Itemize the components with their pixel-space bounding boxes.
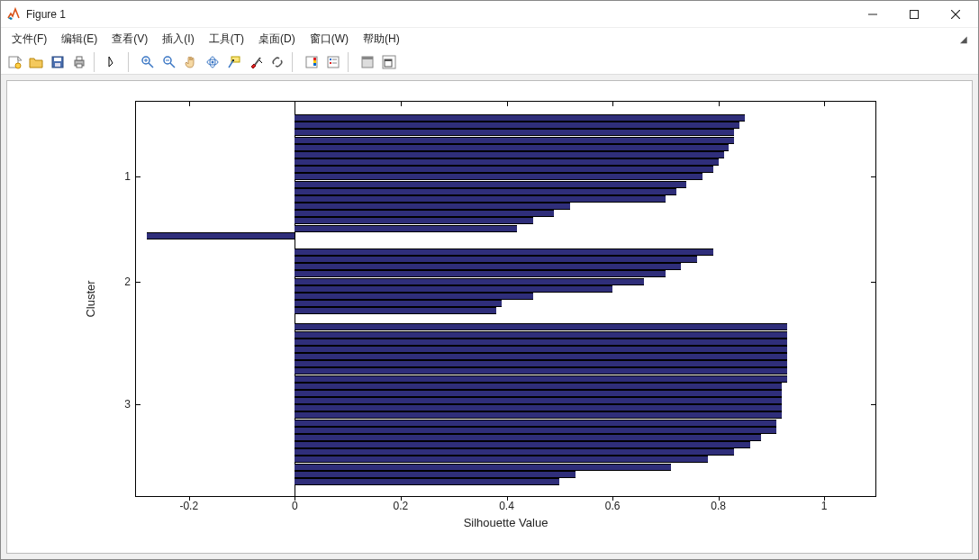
silhouette-bar	[295, 367, 787, 375]
toolbar	[1, 50, 978, 75]
silhouette-bar	[295, 300, 501, 307]
link-icon[interactable]	[267, 52, 287, 72]
menu-desktop[interactable]: 桌面(D)	[251, 29, 303, 50]
minimize-button[interactable]	[852, 2, 893, 27]
toolbar-separator	[292, 52, 297, 72]
x-tick-label: 0.8	[711, 500, 726, 512]
menu-insert[interactable]: 插入(I)	[155, 29, 201, 50]
silhouette-bar	[295, 471, 576, 478]
x-tick-label: 1	[821, 500, 828, 512]
svg-rect-28	[313, 58, 316, 60]
menu-file[interactable]: 文件(F)	[5, 29, 54, 50]
silhouette-bar	[295, 448, 734, 456]
silhouette-bar	[295, 360, 787, 367]
silhouette-bar	[295, 375, 787, 383]
silhouette-bar	[295, 383, 782, 390]
toolbar-separator	[128, 52, 133, 72]
svg-line-26	[255, 58, 260, 65]
figure-content: Silhouette Value Cluster -0.200.20.40.60…	[1, 75, 978, 559]
data-cursor-icon[interactable]	[224, 52, 244, 72]
toolbar-overflow-icon[interactable]: ◢	[953, 34, 974, 44]
silhouette-bar	[295, 397, 782, 404]
save-icon[interactable]	[48, 52, 68, 72]
silhouette-bar	[295, 248, 712, 256]
svg-rect-8	[54, 58, 61, 61]
svg-rect-37	[362, 57, 373, 59]
brush-icon[interactable]	[246, 52, 266, 72]
silhouette-bar	[295, 353, 787, 360]
svg-rect-40	[385, 59, 392, 61]
svg-rect-34	[330, 62, 331, 64]
silhouette-bar	[295, 427, 776, 434]
svg-rect-29	[313, 60, 316, 63]
menu-tools[interactable]: 工具(T)	[202, 29, 251, 50]
silhouette-bar	[295, 339, 787, 346]
close-button[interactable]	[935, 2, 976, 27]
svg-rect-32	[330, 59, 331, 60]
svg-marker-5	[18, 57, 22, 60]
menu-window[interactable]: 窗口(W)	[303, 29, 356, 50]
menu-help[interactable]: 帮助(H)	[356, 29, 407, 50]
silhouette-bar	[295, 181, 686, 188]
new-figure-icon[interactable]	[5, 52, 24, 72]
silhouette-bar	[295, 151, 723, 158]
silhouette-bar	[295, 195, 666, 203]
silhouette-bar	[295, 456, 708, 463]
silhouette-bar	[295, 256, 697, 263]
silhouette-bar	[295, 217, 533, 224]
silhouette-bar	[295, 420, 776, 427]
silhouette-bar	[295, 173, 703, 180]
svg-point-25	[232, 59, 234, 61]
axes[interactable]: Silhouette Value Cluster -0.200.20.40.60…	[135, 101, 876, 497]
silhouette-bar	[295, 144, 729, 151]
silhouette-bar	[295, 346, 787, 353]
silhouette-bar	[295, 210, 554, 217]
open-icon[interactable]	[26, 52, 46, 72]
x-axis-label: Silhouette Value	[464, 516, 548, 529]
silhouette-bar	[295, 390, 782, 397]
silhouette-bar	[295, 293, 533, 300]
silhouette-bar	[295, 122, 739, 129]
x-tick-label: 0.2	[394, 500, 409, 512]
silhouette-bar	[295, 188, 675, 195]
dock-icon[interactable]	[379, 52, 399, 72]
silhouette-bar	[295, 203, 570, 210]
y-tick-label: 1	[124, 170, 131, 183]
x-tick-label: -0.2	[179, 500, 198, 512]
zoom-in-icon[interactable]	[138, 52, 158, 72]
insert-legend-icon[interactable]	[323, 52, 343, 72]
toolbar-separator	[94, 52, 99, 72]
figure-window: Figure 1 文件(F) 编辑(E) 查看(V) 插入(I) 工具(T) 桌…	[0, 0, 979, 560]
x-tick-label: 0	[292, 500, 298, 512]
silhouette-bar	[295, 434, 760, 441]
silhouette-bar	[295, 278, 644, 285]
silhouette-bar	[295, 478, 559, 485]
matlab-icon	[6, 7, 21, 22]
svg-rect-1	[911, 10, 919, 18]
pan-icon[interactable]	[181, 52, 201, 72]
menu-view[interactable]: 查看(V)	[104, 29, 155, 50]
window-title: Figure 1	[26, 8, 66, 21]
svg-rect-30	[313, 63, 316, 66]
print-icon[interactable]	[69, 52, 89, 72]
maximize-button[interactable]	[893, 2, 935, 27]
silhouette-bar	[295, 323, 787, 330]
x-tick-label: 0.4	[499, 500, 514, 512]
toolbar-separator	[348, 52, 353, 72]
silhouette-bar	[295, 129, 734, 136]
svg-line-14	[149, 63, 153, 68]
svg-rect-9	[55, 63, 60, 67]
y-axis-label: Cluster	[84, 280, 97, 317]
x-tick-label: 0.6	[605, 500, 621, 512]
menu-edit[interactable]: 编辑(E)	[54, 29, 104, 50]
edit-plot-icon[interactable]	[104, 52, 123, 72]
silhouette-bar	[295, 225, 517, 232]
insert-colorbar-icon[interactable]	[302, 52, 322, 72]
silhouette-bar	[295, 166, 712, 173]
svg-rect-31	[328, 57, 339, 68]
silhouette-bar	[295, 307, 495, 314]
silhouette-bar	[295, 464, 670, 471]
rotate-3d-icon[interactable]	[203, 52, 222, 72]
hide-tools-icon[interactable]	[358, 52, 377, 72]
zoom-out-icon[interactable]	[159, 52, 179, 72]
